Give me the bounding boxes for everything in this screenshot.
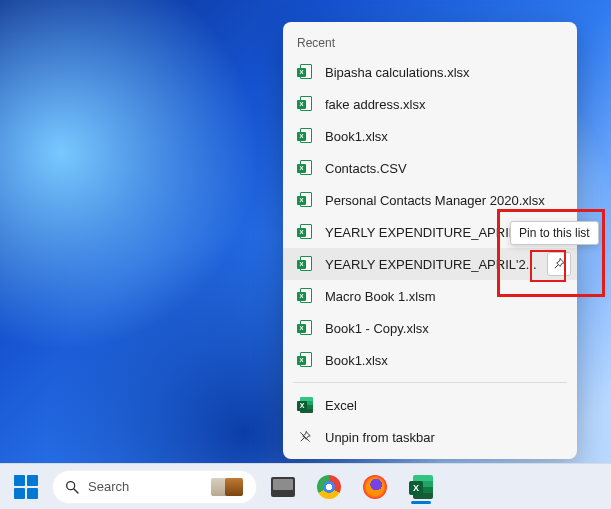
recent-file-item[interactable]: X YEARLY EXPENDITURE_APRIL'2... <box>283 248 577 280</box>
recent-file-label: Macro Book 1.xlsm <box>325 289 563 304</box>
recent-file-item[interactable]: X Book1.xlsx <box>283 120 577 152</box>
firefox-icon <box>363 475 387 499</box>
jump-list-section-header: Recent <box>283 30 577 56</box>
search-icon <box>64 479 80 495</box>
recent-file-label: Book1.xlsx <box>325 353 563 368</box>
excel-file-icon: X <box>297 64 313 80</box>
svg-point-1 <box>67 481 75 489</box>
unpin-label: Unpin from taskbar <box>325 430 563 445</box>
recent-file-label: fake address.xlsx <box>325 97 563 112</box>
recent-file-label: Contacts.CSV <box>325 161 563 176</box>
open-app-label: Excel <box>325 398 563 413</box>
excel-file-icon: X <box>297 320 313 336</box>
excel-file-icon: X <box>297 256 313 272</box>
recent-file-label: Book1.xlsx <box>325 129 563 144</box>
unpin-from-taskbar-item[interactable]: Unpin from taskbar <box>283 421 577 453</box>
taskbar-app-excel[interactable]: X <box>401 467 441 507</box>
svg-line-2 <box>74 489 78 493</box>
search-placeholder: Search <box>88 479 203 494</box>
excel-file-icon: X <box>297 352 313 368</box>
excel-app-icon: X <box>409 475 433 499</box>
task-view-icon <box>271 477 295 497</box>
chrome-icon <box>317 475 341 499</box>
excel-file-icon: X <box>297 160 313 176</box>
recent-file-item[interactable]: X Macro Book 1.xlsm <box>283 280 577 312</box>
open-app-item[interactable]: X Excel <box>283 389 577 421</box>
recent-file-item[interactable]: X Bipasha calculations.xlsx <box>283 56 577 88</box>
pin-to-list-button[interactable] <box>547 252 571 276</box>
menu-separator <box>293 382 567 383</box>
taskbar-app-firefox[interactable] <box>355 467 395 507</box>
taskbar-search[interactable]: Search <box>52 470 257 504</box>
taskbar-app-chrome[interactable] <box>309 467 349 507</box>
recent-file-item[interactable]: X Book1 - Copy.xlsx <box>283 312 577 344</box>
excel-file-icon: X <box>297 224 313 240</box>
desktop-background: Recent X Bipasha calculations.xlsx X fak… <box>0 0 611 509</box>
excel-file-icon: X <box>297 288 313 304</box>
windows-logo-icon <box>14 475 38 499</box>
recent-file-item[interactable]: X Book1.xlsx <box>283 344 577 376</box>
search-highlight-icons <box>211 478 247 496</box>
excel-app-icon: X <box>297 397 313 413</box>
recent-file-item[interactable]: X fake address.xlsx <box>283 88 577 120</box>
recent-file-label: YEARLY EXPENDITURE_APRIL'2... <box>325 257 563 272</box>
pin-icon <box>552 257 566 271</box>
taskbar: Search X <box>0 463 611 509</box>
start-button[interactable] <box>6 467 46 507</box>
recent-file-label: Personal Contacts Manager 2020.xlsx <box>325 193 563 208</box>
unpin-icon <box>297 429 313 445</box>
excel-file-icon: X <box>297 192 313 208</box>
recent-file-item[interactable]: X Personal Contacts Manager 2020.xlsx <box>283 184 577 216</box>
pin-tooltip: Pin to this list <box>510 221 599 245</box>
recent-file-item[interactable]: X Contacts.CSV <box>283 152 577 184</box>
recent-file-label: Book1 - Copy.xlsx <box>325 321 563 336</box>
recent-file-label: Bipasha calculations.xlsx <box>325 65 563 80</box>
excel-file-icon: X <box>297 128 313 144</box>
excel-file-icon: X <box>297 96 313 112</box>
task-view-button[interactable] <box>263 467 303 507</box>
